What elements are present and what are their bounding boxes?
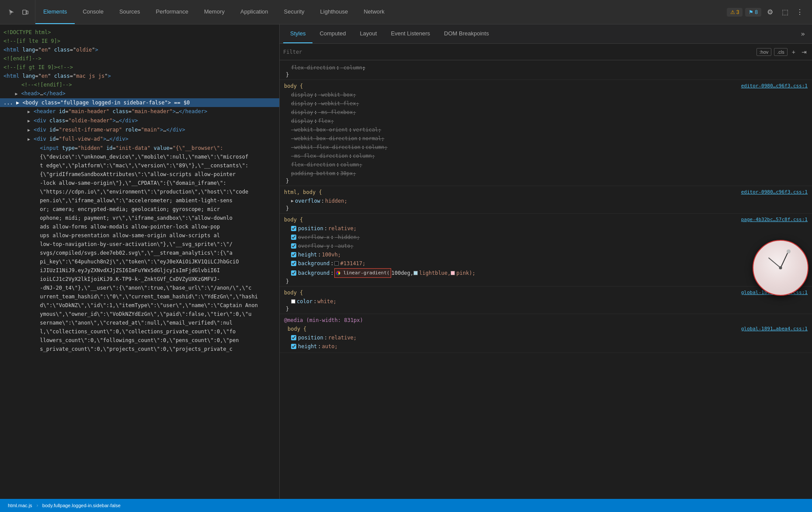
checkbox-height-media[interactable] (291, 344, 296, 349)
prop-color: color: white; (284, 297, 808, 306)
clock-tip-dot (787, 249, 791, 253)
source-body-media[interactable]: global-1891…abea4.css:1 (741, 325, 808, 333)
prop-flex-direction: flex-direction: column; (284, 160, 808, 169)
toggle-sidebar-button[interactable]: ⇥ (800, 48, 809, 56)
tab-application[interactable]: Application (232, 0, 276, 24)
prop-flex-dir: flex-direction: column; (291, 65, 365, 71)
color-swatch-bg[interactable] (334, 261, 339, 266)
tab-styles[interactable]: Styles (283, 24, 312, 43)
source-body-2[interactable]: page-4b32bc…57c8f.css:1 (741, 215, 808, 224)
color-swatch-white[interactable] (291, 299, 295, 304)
tab-performance[interactable]: Performance (148, 0, 196, 24)
line-input-8: or; camera; encrypted-media; geolocation… (0, 205, 279, 214)
line-oldie-header[interactable]: ▶<div class="oldie-header">…</div> (0, 116, 279, 125)
source-body-1[interactable]: editor-0980…c96f3.css:1 (741, 82, 808, 90)
line-header[interactable]: ▶<header id="main-header" class="main-he… (0, 107, 279, 116)
line-input-14: pi_key\":\"64puhuch8n2j\",\"token\":\"ey… (0, 257, 279, 266)
line-head[interactable]: ▶<head>…</head> (0, 89, 279, 98)
line-input-10: ads allow-forms allow-modals allow-point… (0, 222, 279, 231)
checkbox-position[interactable] (291, 226, 296, 231)
settings-button[interactable]: ⚙ (764, 6, 776, 18)
checkbox-overflow-y[interactable] (291, 243, 296, 249)
tab-console[interactable]: Console (75, 0, 111, 24)
prop-position: position: relative; (284, 224, 808, 233)
cls-button[interactable]: .cls (774, 48, 788, 56)
tab-sources[interactable]: Sources (111, 0, 148, 24)
prop-overflow-x: overflow-x: hidden; (284, 233, 808, 242)
checkbox-gradient[interactable] (291, 270, 296, 276)
prop-webkit-flex-dir: -webkit-flex-direction: column; (284, 143, 808, 152)
tab-elements[interactable]: Elements (35, 0, 75, 24)
more-tabs-button[interactable]: » (797, 30, 809, 38)
toolbar-right: ⚠ 3 ⚑ 8 ⚙ ⬚ ⋮ (722, 6, 810, 18)
line-input-5: -lock allow-same-origin\"},\"__CPDATA\":… (0, 179, 279, 187)
prop-overflow: ▶ overflow: hidden; (284, 197, 808, 205)
tab-computed[interactable]: Computed (312, 24, 353, 43)
line-result-iframe[interactable]: ▶<div id="result-iframe-wrap" role="main… (0, 125, 279, 135)
filter-input[interactable] (283, 49, 753, 55)
color-picker-popup[interactable] (753, 240, 809, 296)
line-input-19: d\":\"VoDkNZ\",\"id\":1,\"itemType\":\"u… (0, 301, 279, 310)
checkbox-overflow-x[interactable] (291, 235, 296, 240)
rule-body-global-color: body { global-1891…abea4.css:1 color: wh… (280, 287, 812, 314)
styles-panel: Styles Computed Layout Event Listeners D… (280, 24, 812, 499)
cursor-icon[interactable] (5, 6, 17, 18)
line-input-17: -dNJ-20_t4\"},\"__user\":{\"anon\":true,… (0, 284, 279, 292)
warning-badge[interactable]: ⚠ 3 (727, 8, 743, 17)
clock-center-dot (779, 266, 782, 270)
tab-lighthouse[interactable]: Lighthouse (312, 0, 356, 24)
tab-network[interactable]: Network (356, 0, 392, 24)
line-full-view-ad[interactable]: ▶<div id="full-view-ad">…</div> (0, 135, 279, 144)
prop-height-media: height: auto; (284, 342, 808, 351)
tabs-bar: Elements Console Sources Performance Mem… (35, 0, 722, 24)
line-html-main: <html lang="en" class="mac js js"> (0, 72, 279, 80)
line-input-4: {\"gridIframeSandboxAttributes\":\"allow… (0, 170, 279, 179)
source-html-body[interactable]: editor-0980…c96f3.css:1 (741, 188, 808, 197)
info-badge[interactable]: ⚑ 8 (745, 8, 761, 17)
prop-position-media: position: relative; (284, 333, 808, 342)
hov-button[interactable]: :hov (756, 48, 772, 56)
checkbox-height[interactable] (291, 252, 296, 257)
line-body[interactable]: ... ▶ <body class="fullpage logged-in si… (0, 98, 279, 107)
line-input-24: s_private_count\":0,\"projects_count\":0… (0, 345, 279, 353)
prop-display-ms-flex: display: -ms-flexbox; (284, 108, 808, 117)
status-html[interactable]: html.mac.js (4, 503, 36, 508)
color-swatch-pink[interactable] (451, 271, 455, 275)
line-input-23: llowers_count\":0,\"followings_count\":0… (0, 336, 279, 345)
add-rule-button[interactable]: + (790, 48, 797, 56)
device-toggle-icon[interactable] (19, 6, 31, 18)
line-if-lte: <!--[if lte IE 9]> (0, 37, 279, 45)
tab-layout[interactable]: Layout (353, 24, 384, 43)
line-endif2: <!--<![endif]--> (0, 80, 279, 89)
checkbox-position-media[interactable] (291, 335, 296, 340)
line-input-6: \"https://cdpn.io\",\"environment\":\"pr… (0, 187, 279, 196)
prop-ms-flex-dir: -ms-flex-direction: column; (284, 152, 808, 160)
line-doctype: <!DOCTYPE html> (0, 28, 279, 37)
checkbox-background[interactable] (291, 261, 296, 266)
selector-html-body: html, body { (284, 188, 322, 197)
warning-icon: ⚠ (730, 9, 735, 15)
gradient-swatch[interactable] (336, 271, 340, 275)
tab-dom-breakpoints[interactable]: DOM Breakpoints (437, 24, 496, 43)
warning-count: 3 (736, 9, 739, 15)
tab-event-listeners[interactable]: Event Listeners (384, 24, 437, 43)
prop-display-webkit-flex: display: -webkit-flex; (284, 99, 808, 108)
line-input-20: ymous\",\"owner_id\":\"VoDkNZYdEzGn\",\"… (0, 310, 279, 318)
dock-button[interactable]: ⬚ (779, 6, 791, 18)
tab-memory[interactable]: Memory (196, 0, 232, 24)
devtools-toolbar: Elements Console Sources Performance Mem… (0, 0, 812, 24)
line-input-3: t edge\",\"platform\":\"mac\",\"version\… (0, 161, 279, 170)
main-area: <!DOCTYPE html> <!--[if lte IE 9]> <html… (0, 24, 812, 499)
more-button[interactable]: ⋮ (794, 6, 806, 18)
line-input-22: l,\"collections_count\":0,\"collections_… (0, 327, 279, 336)
line-if-gt: <!--[if gt IE 9]><!--> (0, 63, 279, 72)
tab-security[interactable]: Security (276, 0, 312, 24)
prop-display-webkit-box: display: -webkit-box; (284, 90, 808, 99)
line-input-9: ophone; midi; payment; vr\",\"iframe_san… (0, 214, 279, 222)
line-input-21: sername\":\"anon\",\"created_at\":null,\… (0, 318, 279, 327)
status-body[interactable]: body.fullpage.logged-in.sidebar-false (39, 503, 124, 508)
line-input-18: urrent_team_hashid\":\"0\",\"current_tea… (0, 292, 279, 301)
styles-tabs: Styles Computed Layout Event Listeners D… (280, 24, 812, 44)
color-swatch-lightblue[interactable] (413, 271, 418, 275)
filter-buttons: :hov .cls + ⇥ (756, 48, 809, 56)
